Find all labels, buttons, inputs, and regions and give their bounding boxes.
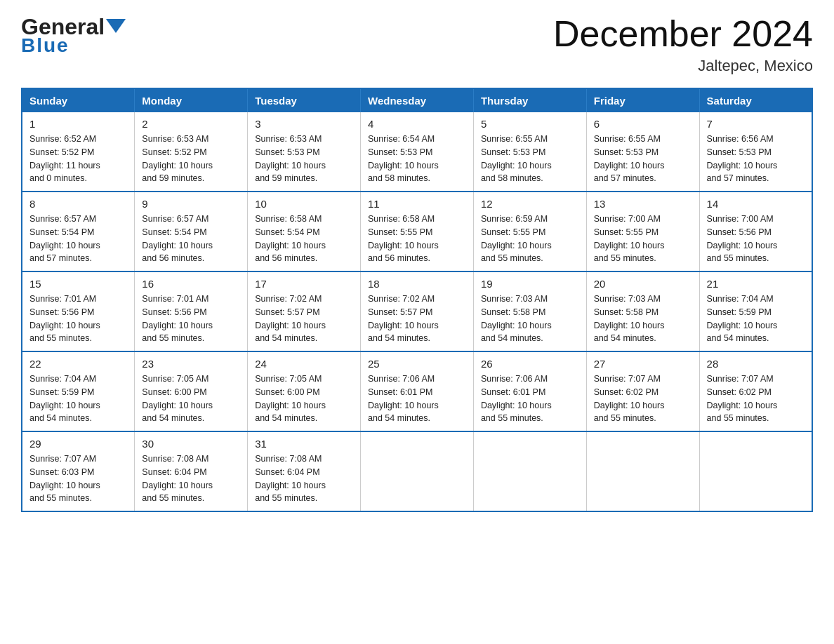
calendar-header-row: Sunday Monday Tuesday Wednesday Thursday… [22,88,812,112]
day-info: Sunrise: 6:58 AMSunset: 5:55 PMDaylight:… [368,213,466,265]
day-info: Sunrise: 7:03 AMSunset: 5:58 PMDaylight:… [594,293,692,345]
table-row: 3 Sunrise: 6:53 AMSunset: 5:53 PMDayligh… [248,112,361,192]
table-row [361,431,474,511]
day-info: Sunrise: 7:06 AMSunset: 6:01 PMDaylight:… [368,373,466,425]
table-row: 22 Sunrise: 7:04 AMSunset: 5:59 PMDaylig… [22,351,135,431]
day-number: 22 [29,358,127,370]
day-number: 13 [594,198,692,210]
day-number: 11 [368,198,466,210]
day-number: 30 [142,438,240,450]
table-row [473,431,586,511]
table-row: 10 Sunrise: 6:58 AMSunset: 5:54 PMDaylig… [248,192,361,271]
table-row: 2 Sunrise: 6:53 AMSunset: 5:52 PMDayligh… [135,112,248,192]
day-info: Sunrise: 6:59 AMSunset: 5:55 PMDaylight:… [481,213,579,265]
month-title: December 2024 [553,14,813,54]
table-row: 9 Sunrise: 6:57 AMSunset: 5:54 PMDayligh… [135,192,248,271]
day-number: 18 [368,278,466,290]
day-info: Sunrise: 6:57 AMSunset: 5:54 PMDaylight:… [142,213,240,265]
day-number: 20 [594,278,692,290]
calendar-week-row: 15 Sunrise: 7:01 AMSunset: 5:56 PMDaylig… [22,271,812,351]
day-info: Sunrise: 6:55 AMSunset: 5:53 PMDaylight:… [481,133,579,185]
day-info: Sunrise: 7:04 AMSunset: 5:59 PMDaylight:… [29,373,127,425]
calendar-table: Sunday Monday Tuesday Wednesday Thursday… [21,88,813,512]
day-info: Sunrise: 7:05 AMSunset: 6:00 PMDaylight:… [142,373,240,425]
table-row: 21 Sunrise: 7:04 AMSunset: 5:59 PMDaylig… [699,271,812,351]
day-info: Sunrise: 7:04 AMSunset: 5:59 PMDaylight:… [707,293,805,345]
day-number: 23 [142,358,240,370]
day-info: Sunrise: 7:07 AMSunset: 6:02 PMDaylight:… [594,373,692,425]
calendar-week-row: 22 Sunrise: 7:04 AMSunset: 5:59 PMDaylig… [22,351,812,431]
table-row: 12 Sunrise: 6:59 AMSunset: 5:55 PMDaylig… [473,192,586,271]
table-row: 13 Sunrise: 7:00 AMSunset: 5:55 PMDaylig… [586,192,699,271]
location: Jaltepec, Mexico [553,57,813,75]
day-info: Sunrise: 7:08 AMSunset: 6:04 PMDaylight:… [255,452,353,505]
table-row: 16 Sunrise: 7:01 AMSunset: 5:56 PMDaylig… [135,271,248,351]
table-row [586,431,699,511]
day-info: Sunrise: 6:54 AMSunset: 5:53 PMDaylight:… [368,133,466,185]
day-info: Sunrise: 6:58 AMSunset: 5:54 PMDaylight:… [255,213,353,265]
day-number: 10 [255,198,353,210]
table-row: 1 Sunrise: 6:52 AMSunset: 5:52 PMDayligh… [22,112,135,192]
day-number: 5 [481,118,579,130]
table-row: 23 Sunrise: 7:05 AMSunset: 6:00 PMDaylig… [135,351,248,431]
day-info: Sunrise: 7:02 AMSunset: 5:57 PMDaylight:… [255,293,353,345]
day-number: 6 [594,118,692,130]
calendar-week-row: 8 Sunrise: 6:57 AMSunset: 5:54 PMDayligh… [22,192,812,271]
table-row: 6 Sunrise: 6:55 AMSunset: 5:53 PMDayligh… [586,112,699,192]
title-area: December 2024 Jaltepec, Mexico [553,14,813,75]
day-number: 15 [29,278,127,290]
col-monday: Monday [135,88,248,112]
day-info: Sunrise: 7:00 AMSunset: 5:56 PMDaylight:… [707,213,805,265]
table-row: 26 Sunrise: 7:06 AMSunset: 6:01 PMDaylig… [473,351,586,431]
day-number: 25 [368,358,466,370]
day-info: Sunrise: 6:57 AMSunset: 5:54 PMDaylight:… [29,213,127,265]
table-row: 4 Sunrise: 6:54 AMSunset: 5:53 PMDayligh… [361,112,474,192]
svg-marker-0 [106,19,126,33]
day-number: 21 [707,278,805,290]
table-row: 14 Sunrise: 7:00 AMSunset: 5:56 PMDaylig… [699,192,812,271]
table-row: 24 Sunrise: 7:05 AMSunset: 6:00 PMDaylig… [248,351,361,431]
page-header: General Blue December 2024 Jaltepec, Mex… [21,14,813,75]
day-info: Sunrise: 7:06 AMSunset: 6:01 PMDaylight:… [481,373,579,425]
day-number: 3 [255,118,353,130]
day-number: 28 [707,358,805,370]
day-number: 4 [368,118,466,130]
day-info: Sunrise: 6:53 AMSunset: 5:53 PMDaylight:… [255,133,353,185]
table-row: 31 Sunrise: 7:08 AMSunset: 6:04 PMDaylig… [248,431,361,511]
day-number: 2 [142,118,240,130]
day-number: 29 [29,438,127,450]
day-info: Sunrise: 7:05 AMSunset: 6:00 PMDaylight:… [255,373,353,425]
table-row: 28 Sunrise: 7:07 AMSunset: 6:02 PMDaylig… [699,351,812,431]
table-row: 7 Sunrise: 6:56 AMSunset: 5:53 PMDayligh… [699,112,812,192]
day-info: Sunrise: 7:01 AMSunset: 5:56 PMDaylight:… [29,293,127,345]
day-info: Sunrise: 6:52 AMSunset: 5:52 PMDaylight:… [29,133,127,185]
day-number: 27 [594,358,692,370]
day-info: Sunrise: 6:55 AMSunset: 5:53 PMDaylight:… [594,133,692,185]
table-row: 5 Sunrise: 6:55 AMSunset: 5:53 PMDayligh… [473,112,586,192]
table-row: 11 Sunrise: 6:58 AMSunset: 5:55 PMDaylig… [361,192,474,271]
day-info: Sunrise: 7:02 AMSunset: 5:57 PMDaylight:… [368,293,466,345]
logo-triangle-icon [106,16,126,36]
table-row: 18 Sunrise: 7:02 AMSunset: 5:57 PMDaylig… [361,271,474,351]
table-row: 17 Sunrise: 7:02 AMSunset: 5:57 PMDaylig… [248,271,361,351]
day-number: 31 [255,438,353,450]
table-row: 30 Sunrise: 7:08 AMSunset: 6:04 PMDaylig… [135,431,248,511]
table-row: 27 Sunrise: 7:07 AMSunset: 6:02 PMDaylig… [586,351,699,431]
day-info: Sunrise: 7:00 AMSunset: 5:55 PMDaylight:… [594,213,692,265]
col-saturday: Saturday [699,88,812,112]
table-row [699,431,812,511]
table-row: 29 Sunrise: 7:07 AMSunset: 6:03 PMDaylig… [22,431,135,511]
day-info: Sunrise: 7:07 AMSunset: 6:03 PMDaylight:… [29,452,127,505]
day-info: Sunrise: 7:08 AMSunset: 6:04 PMDaylight:… [142,452,240,505]
day-info: Sunrise: 7:07 AMSunset: 6:02 PMDaylight:… [707,373,805,425]
day-number: 9 [142,198,240,210]
day-number: 12 [481,198,579,210]
table-row: 19 Sunrise: 7:03 AMSunset: 5:58 PMDaylig… [473,271,586,351]
logo-blue-text: Blue [21,34,70,57]
day-number: 7 [707,118,805,130]
day-number: 26 [481,358,579,370]
day-number: 1 [29,118,127,130]
col-friday: Friday [586,88,699,112]
table-row: 15 Sunrise: 7:01 AMSunset: 5:56 PMDaylig… [22,271,135,351]
table-row: 8 Sunrise: 6:57 AMSunset: 5:54 PMDayligh… [22,192,135,271]
